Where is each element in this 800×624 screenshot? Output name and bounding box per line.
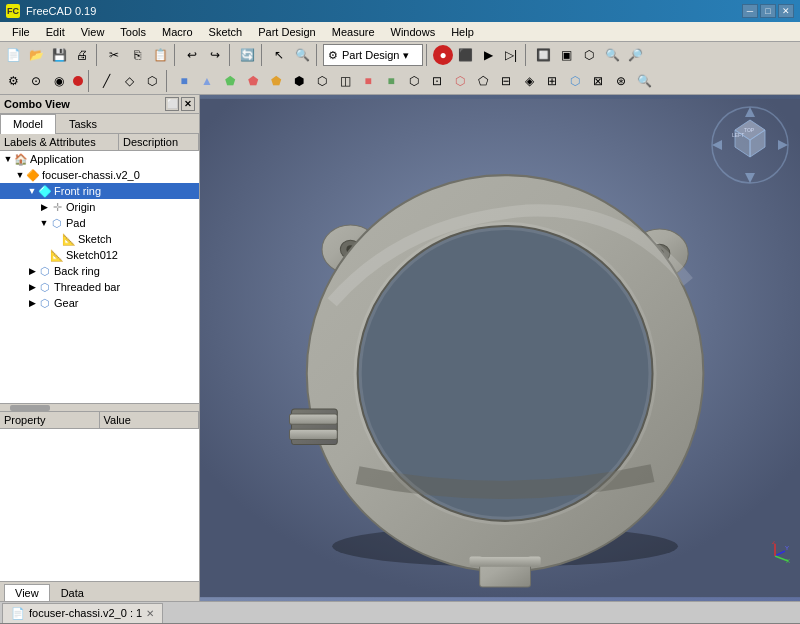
menu-measure[interactable]: Measure [324,24,383,40]
menu-windows[interactable]: Windows [383,24,444,40]
minimize-button[interactable]: ─ [742,4,758,18]
doc-tab-close-button[interactable]: ✕ [146,608,154,619]
redo-button[interactable]: ↪ [204,44,226,66]
expand-pad[interactable]: ▼ [38,217,50,229]
expand-back-ring[interactable]: ▶ [26,265,38,277]
tree-hscrollbar[interactable] [0,403,199,411]
bottom-tab-data[interactable]: Data [50,584,95,601]
tool-y[interactable]: ⬡ [564,70,586,92]
tool-x[interactable]: ⊞ [541,70,563,92]
zoom-button[interactable]: 🔍 [291,44,313,66]
expand-gear[interactable]: ▶ [26,297,38,309]
maximize-button[interactable]: □ [760,4,776,18]
search-button[interactable]: 🔍 [633,70,655,92]
tool-v[interactable]: ⊟ [495,70,517,92]
refresh-button[interactable]: 🔄 [236,44,258,66]
label-sketch012: Sketch012 [66,249,118,261]
tree-item-back-ring[interactable]: ▶ ⬡ Back ring [0,263,199,279]
expand-threaded-bar[interactable]: ▶ [26,281,38,293]
tool-k[interactable]: ⬟ [242,70,264,92]
tool-q[interactable]: ■ [380,70,402,92]
menu-sketch[interactable]: Sketch [201,24,251,40]
print-button[interactable]: 🖨 [71,44,93,66]
save-button[interactable]: 💾 [48,44,70,66]
tab-tasks[interactable]: Tasks [56,114,110,133]
tool-o[interactable]: ◫ [334,70,356,92]
tab-model[interactable]: Model [0,114,56,134]
tool-h[interactable]: ■ [173,70,195,92]
tool-w[interactable]: ◈ [518,70,540,92]
tool-l[interactable]: ⬟ [265,70,287,92]
dropdown-arrow: ▾ [403,49,409,62]
menu-edit[interactable]: Edit [38,24,73,40]
start-button[interactable]: ● [433,45,453,65]
label-pad: Pad [66,217,86,229]
tree-item-pad[interactable]: ▼ ⬡ Pad [0,215,199,231]
tool-u[interactable]: ⬠ [472,70,494,92]
svg-rect-14 [289,414,337,424]
doc-tab-focuser[interactable]: 📄 focuser-chassi.v2_0 : 1 ✕ [2,603,163,623]
tree-item-sketch012[interactable]: 📐 Sketch012 [0,247,199,263]
tool-s[interactable]: ⊡ [426,70,448,92]
zoom-out-button[interactable]: 🔎 [624,44,646,66]
play-button[interactable]: ▶ [477,44,499,66]
tool-e[interactable]: ╱ [95,70,117,92]
expand-application[interactable]: ▼ [2,153,14,165]
menu-view[interactable]: View [73,24,113,40]
view2-button[interactable]: ▣ [555,44,577,66]
axis-indicator: Y X Z [760,541,790,571]
menu-help[interactable]: Help [443,24,482,40]
open-button[interactable]: 📂 [25,44,47,66]
close-panel-button[interactable]: ✕ [181,97,195,111]
tool-aa[interactable]: ⊛ [610,70,632,92]
close-button[interactable]: ✕ [778,4,794,18]
bottom-tab-view[interactable]: View [4,584,50,601]
tool-p[interactable]: ■ [357,70,379,92]
tool-g[interactable]: ⬡ [141,70,163,92]
menu-tools[interactable]: Tools [112,24,154,40]
tool-i[interactable]: ▲ [196,70,218,92]
step-button[interactable]: ▷| [500,44,522,66]
tool-c[interactable]: ◉ [48,70,70,92]
view1-button[interactable]: 🔲 [532,44,554,66]
tool-t[interactable]: ⬡ [449,70,471,92]
undo-button[interactable]: ↩ [181,44,203,66]
tool-m[interactable]: ⬢ [288,70,310,92]
tree-area[interactable]: ▼ 🏠 Application ▼ 🔶 focuser-chassi.v2_0 … [0,151,199,403]
paste-button[interactable]: 📋 [149,44,171,66]
tool-a[interactable]: ⚙ [2,70,24,92]
new-button[interactable]: 📄 [2,44,24,66]
tree-item-front-ring[interactable]: ▼ 🔷 Front ring [0,183,199,199]
label-application: Application [30,153,84,165]
tool-b[interactable]: ⊙ [25,70,47,92]
menu-partdesign[interactable]: Part Design [250,24,323,40]
menu-file[interactable]: File [4,24,38,40]
nav-cube[interactable]: LEFT TOP [710,105,790,185]
tree-item-threaded-bar[interactable]: ▶ ⬡ Threaded bar [0,279,199,295]
zoom-in-button[interactable]: 🔍 [601,44,623,66]
tree-item-gear[interactable]: ▶ ⬡ Gear [0,295,199,311]
view3-button[interactable]: ⬡ [578,44,600,66]
tool-j[interactable]: ⬟ [219,70,241,92]
tree-item-sketch[interactable]: 📐 Sketch [0,231,199,247]
tool-f[interactable]: ◇ [118,70,140,92]
stop-button[interactable]: ⬛ [454,44,476,66]
icon-focuser: 🔶 [26,168,40,182]
workbench-dropdown[interactable]: ⚙ Part Design ▾ [323,44,423,66]
menu-macro[interactable]: Macro [154,24,201,40]
tree-item-focuser[interactable]: ▼ 🔶 focuser-chassi.v2_0 [0,167,199,183]
copy-button[interactable]: ⎘ [126,44,148,66]
expand-origin[interactable]: ▶ [38,201,50,213]
expand-focuser[interactable]: ▼ [14,169,26,181]
float-button[interactable]: ⬜ [165,97,179,111]
cut-button[interactable]: ✂ [103,44,125,66]
tool-n[interactable]: ⬡ [311,70,333,92]
viewport[interactable]: LEFT TOP Y X Z [200,95,800,601]
tree-item-application[interactable]: ▼ 🏠 Application [0,151,199,167]
tool-r[interactable]: ⬡ [403,70,425,92]
expand-front-ring[interactable]: ▼ [26,185,38,197]
tree-item-origin[interactable]: ▶ ✛ Origin [0,199,199,215]
tool-d[interactable] [73,76,83,86]
select-button[interactable]: ↖ [268,44,290,66]
tool-z[interactable]: ⊠ [587,70,609,92]
